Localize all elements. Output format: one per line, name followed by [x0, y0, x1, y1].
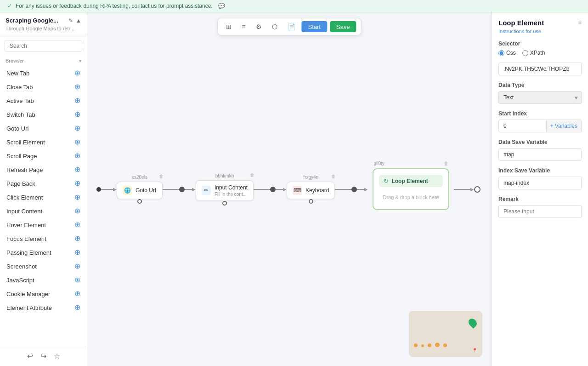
add-item-icon[interactable]: ⊕ [74, 97, 80, 104]
end-dot [474, 186, 481, 193]
add-item-icon[interactable]: ⊕ [74, 263, 80, 270]
sidebar-item[interactable]: Element Attribute⊕ [0, 301, 87, 315]
star-button[interactable]: ☆ [52, 350, 62, 362]
chevron-up-icon[interactable]: ▲ [76, 17, 81, 24]
sidebar-item-label: Goto Url [6, 125, 28, 132]
add-item-icon[interactable]: ⊕ [74, 249, 80, 256]
sidebar-item-label: Refresh Page [6, 166, 43, 173]
xpath-option[interactable]: XPath [522, 50, 545, 56]
document-button[interactable]: 📄 [284, 21, 299, 32]
add-item-icon[interactable]: ⊕ [74, 166, 80, 173]
goto-url-box: 🌐 Goto Url [117, 182, 163, 199]
sidebar-item[interactable]: Scroll Element⊕ [0, 135, 87, 149]
sidebar-item[interactable]: New Tab⊕ [0, 66, 87, 80]
browser-section-label: Browser [6, 58, 24, 63]
banner-text: For any issues or feedback during RPA te… [16, 3, 213, 9]
chevron-down-icon: ▾ [79, 58, 81, 63]
add-item-icon[interactable]: ⊕ [74, 276, 80, 284]
sidebar-item[interactable]: Goto Url⊕ [0, 121, 87, 135]
sidebar-item[interactable]: Click Element⊕ [0, 190, 87, 204]
selector-input[interactable] [498, 63, 582, 75]
sidebar-item[interactable]: Switch Tab⊕ [0, 108, 87, 121]
sidebar-item[interactable]: Close Tab⊕ [0, 80, 87, 94]
selector-field: Selector Css XPath [498, 40, 582, 56]
undo-button[interactable]: ↩ [25, 350, 35, 362]
sidebar-item[interactable]: Focus Element⊕ [0, 232, 87, 246]
search-box [5, 40, 82, 52]
sidebar-item[interactable]: Screenshot⊕ [0, 259, 87, 273]
instructions-link[interactable]: Instructions for use [498, 29, 582, 34]
sidebar-item-label: Screenshot [6, 263, 37, 270]
keyboard-icon: ⌨ [293, 186, 302, 195]
panel-menu-icon[interactable]: ≡ [578, 19, 582, 26]
sidebar-item[interactable]: Cookie Manager⊕ [0, 287, 87, 301]
search-input[interactable] [5, 40, 82, 52]
index-save-field: Index Save Variable [498, 167, 582, 189]
add-item-icon[interactable]: ⊕ [74, 290, 80, 297]
keyboard-label: Keyboard [305, 187, 329, 194]
sidebar-item[interactable]: Input Content⊕ [0, 204, 87, 218]
sidebar-item[interactable]: Passing Element⊕ [0, 246, 87, 259]
flow-area: ▶ xs20els 🗑 🌐 Goto Url [87, 40, 492, 338]
sidebar-item-label: Passing Element [6, 249, 51, 256]
add-item-icon[interactable]: ⊕ [74, 125, 80, 132]
add-item-icon[interactable]: ⊕ [74, 69, 80, 77]
goto-url-delete-icon[interactable]: 🗑 [159, 174, 164, 179]
add-item-icon[interactable]: ⊕ [74, 194, 80, 201]
sidebar-item[interactable]: Refresh Page⊕ [0, 163, 87, 177]
add-item-icon[interactable]: ⊕ [74, 83, 80, 91]
banner: ✓ For any issues or feedback during RPA … [0, 0, 588, 12]
settings-button[interactable]: ⚙ [252, 21, 266, 32]
sidebar-items-list: New Tab⊕Close Tab⊕Active Tab⊕Switch Tab⊕… [0, 66, 87, 346]
goto-url-node[interactable]: xs20els 🗑 🌐 Goto Url [117, 175, 163, 204]
sidebar-item[interactable]: Scroll Page⊕ [0, 149, 87, 163]
browser-section-header[interactable]: Browser ▾ [0, 56, 87, 66]
start-index-variables-button[interactable]: + Variables [547, 120, 582, 132]
selector-radio-group: Css XPath [498, 50, 582, 56]
input-content-node[interactable]: bbhkmkb 🗑 ✏ Input Content Fill in the co… [196, 173, 254, 206]
sidebar-item[interactable]: Page Back⊕ [0, 177, 87, 190]
edit-icon[interactable]: ✎ [68, 17, 73, 24]
input-content-delete-icon[interactable]: 🗑 [250, 172, 254, 177]
css-option[interactable]: Css [498, 50, 516, 56]
sidebar-item-label: Focus Element [6, 235, 46, 242]
index-save-input[interactable] [498, 177, 582, 189]
sidebar-project-title: Scraping Google... [6, 17, 58, 24]
loop-drop-area[interactable]: Drag & drop a block here [379, 191, 442, 204]
banner-check-icon: ✓ [7, 3, 12, 9]
share-button[interactable]: ⬡ [268, 21, 281, 32]
xpath-radio[interactable] [522, 50, 528, 56]
sidebar-item[interactable]: JavaScript⊕ [0, 273, 87, 287]
start-button[interactable]: Start [302, 21, 327, 32]
start-index-input[interactable] [498, 120, 547, 132]
redo-button[interactable]: ↪ [39, 350, 48, 362]
start-dot [96, 187, 101, 192]
grid-view-button[interactable]: ⊞ [222, 21, 235, 32]
remark-field: Remark [498, 196, 582, 218]
sidebar-footer: ↩ ↪ ☆ [0, 346, 87, 366]
list-view-button[interactable]: ≡ [238, 21, 249, 32]
keyboard-node[interactable]: frxgy4n 🗑 ⌨ Keyboard [287, 175, 335, 204]
add-item-icon[interactable]: ⊕ [74, 180, 80, 187]
add-item-icon[interactable]: ⊕ [74, 138, 80, 146]
remark-input[interactable] [498, 205, 582, 218]
add-item-icon[interactable]: ⊕ [74, 221, 80, 229]
connector-4: ▶ [454, 187, 474, 192]
save-button[interactable]: Save [330, 21, 356, 32]
loop-label: Loop Element [391, 178, 428, 184]
data-save-field: Data Save Variable [498, 139, 582, 161]
css-radio[interactable] [498, 50, 504, 56]
data-save-input[interactable] [498, 148, 582, 161]
data-type-select[interactable]: Text [498, 91, 582, 104]
sidebar-item[interactable]: Active Tab⊕ [0, 94, 87, 108]
loop-element-block[interactable]: gli0ty 🗑 ↻ Loop Element Drag & drop a bl… [373, 168, 449, 210]
add-item-icon[interactable]: ⊕ [74, 207, 80, 215]
canvas-toolbar: ⊞ ≡ ⚙ ⬡ 📄 Start Save [217, 18, 361, 35]
sidebar-item[interactable]: Hover Element⊕ [0, 218, 87, 232]
loop-block-delete-icon[interactable]: 🗑 [444, 161, 448, 166]
keyboard-delete-icon[interactable]: 🗑 [331, 174, 336, 179]
add-item-icon[interactable]: ⊕ [74, 304, 80, 311]
add-item-icon[interactable]: ⊕ [74, 152, 80, 160]
add-item-icon[interactable]: ⊕ [74, 111, 80, 118]
add-item-icon[interactable]: ⊕ [74, 235, 80, 242]
